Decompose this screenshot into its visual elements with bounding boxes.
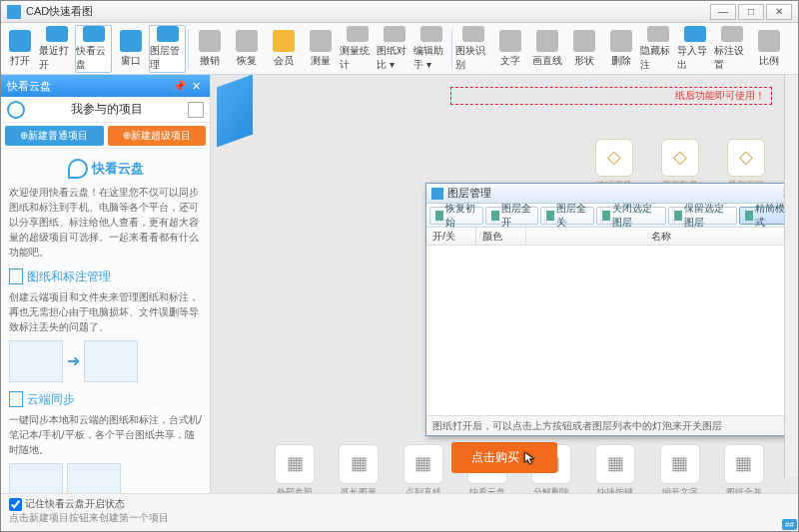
- line-icon: [536, 30, 558, 52]
- dialog-title: 图层管理: [447, 186, 491, 201]
- feature-icon: ▦: [660, 444, 700, 484]
- toolbar-edithelp[interactable]: 编辑助手 ▾: [412, 25, 449, 73]
- thumb: [9, 340, 63, 382]
- mstat-icon: [347, 26, 369, 42]
- feature-icon: ▦: [595, 444, 635, 484]
- btn-icon: [546, 211, 554, 221]
- dialog-toolbar: 恢复初始图层全开图层全关关闭选定图层保留选定图层精简模式: [426, 204, 796, 228]
- project-buttons: ⊕ 新建普通项目 ⊕ 新建超级项目: [1, 123, 210, 149]
- toolbar-block[interactable]: 图块识别: [454, 25, 491, 73]
- panel-header: 快看云盘 📌 ✕: [1, 75, 210, 97]
- toolbar-hide[interactable]: 隐藏标注: [639, 25, 676, 73]
- open-icon: [9, 30, 31, 52]
- dialog-columns: 开/关 颜色 名称: [426, 228, 796, 246]
- main-canvas: 纸后功能即可使用！ ◇连续测量准确提效◇图形数量轻松统计◇异形面积想测就测◇文字…: [211, 75, 798, 493]
- feature-icon: ◇: [595, 139, 633, 177]
- window-icon: [120, 30, 142, 52]
- dialog-icon: [431, 188, 443, 200]
- cloud-icon: [83, 26, 105, 42]
- btn-icon: [674, 211, 682, 221]
- cloud-icon: [7, 101, 25, 119]
- feature-card[interactable]: ▦外部参照轻松搞定: [267, 444, 323, 493]
- toolbar-measure[interactable]: 测量: [302, 25, 339, 73]
- app-title: CAD快速看图: [26, 4, 93, 19]
- layer-icon: [157, 26, 179, 42]
- body: 快看云盘 📌 ✕ 我参与的项目 ⊕ 新建普通项目 ⊕ 新建超级项目 快看云盘 欢…: [1, 75, 798, 493]
- thumb: [84, 340, 138, 382]
- measure-icon: [310, 30, 332, 52]
- feature-card[interactable]: ▦编号文字快速编辑: [652, 444, 708, 493]
- brand-text: 快看云盘: [92, 159, 144, 179]
- feature-card[interactable]: ▦快捷按键自由设定: [587, 444, 643, 493]
- shape-icon: [573, 30, 595, 52]
- feature-card[interactable]: ▦点到直线距离立显: [396, 444, 451, 493]
- cursor-icon: [523, 451, 537, 465]
- warning-banner: 纸后功能即可使用！: [450, 87, 772, 105]
- dialog-btn[interactable]: 图层全开: [485, 207, 539, 225]
- remember-checkbox-input[interactable]: [9, 498, 22, 511]
- dialog-btn[interactable]: 保留选定图层: [668, 207, 738, 225]
- toolbar-io[interactable]: 导入导出: [676, 25, 713, 73]
- refresh-icon[interactable]: [188, 102, 204, 118]
- toolbar-annset[interactable]: 标注设置: [713, 25, 750, 73]
- section-text-2: 一键同步本地和云端的图纸和标注，台式机/笔记本/手机/平板，各个平台图纸共享，随…: [9, 412, 202, 457]
- btn-icon: [602, 211, 610, 221]
- toolbar-del[interactable]: 删除: [602, 25, 639, 73]
- dialog-btn[interactable]: 恢复初始: [429, 207, 483, 225]
- vertical-scrollbar[interactable]: [784, 75, 798, 477]
- toolbar-line[interactable]: 画直线: [528, 25, 565, 73]
- section-heading-1: 图纸和标注管理: [9, 267, 202, 285]
- dialog-body: [426, 246, 796, 415]
- panel-content: 快看云盘 欢迎使用快看云盘！在这里您不仅可以同步图纸和标注到手机、电脑等各个平台…: [1, 149, 210, 493]
- arrow-icon: ➜: [67, 349, 80, 373]
- feature-icon: ▦: [275, 444, 315, 484]
- dialog-btn[interactable]: 关闭选定图层: [596, 207, 666, 225]
- toolbar-text[interactable]: 文字: [491, 25, 528, 73]
- minimize-button[interactable]: —: [710, 4, 736, 20]
- del-icon: [610, 30, 632, 52]
- feature-icon: ▦: [403, 444, 443, 484]
- new-super-project-button[interactable]: ⊕ 新建超级项目: [108, 126, 207, 146]
- toolbar-layer[interactable]: 图层管理: [149, 25, 186, 73]
- feature-card[interactable]: ▦弧长图形一点就改: [331, 444, 387, 493]
- toolbar-recent[interactable]: 最近打开: [38, 25, 75, 73]
- toolbar-mstat[interactable]: 测量统计: [339, 25, 376, 73]
- undo-icon: [199, 30, 221, 52]
- toolbar-cloud[interactable]: 快看云盘: [75, 25, 112, 73]
- btn-icon: [435, 211, 443, 221]
- pin-icon[interactable]: 📌: [172, 80, 188, 93]
- redo-icon: [236, 30, 258, 52]
- main-toolbar: 打开最近打开快看云盘窗口图层管理撤销恢复会员测量测量统计图纸对比 ▾编辑助手 ▾…: [1, 23, 798, 75]
- feature-icon: ◇: [661, 139, 699, 177]
- compare-icon: [384, 26, 405, 42]
- feature-icon: ▦: [724, 444, 764, 484]
- feature-card[interactable]: ▦图纸合并移动复制: [716, 444, 772, 493]
- dialog-btn[interactable]: 图层全关: [540, 207, 594, 225]
- warning-text: 纸后功能即可使用！: [675, 89, 765, 103]
- thumb-row-2: [9, 463, 202, 493]
- toolbar-vip[interactable]: 会员: [265, 25, 302, 73]
- vip-icon: [273, 30, 295, 52]
- toolbar-window[interactable]: 窗口: [112, 25, 149, 73]
- cloud-panel: 快看云盘 📌 ✕ 我参与的项目 ⊕ 新建普通项目 ⊕ 新建超级项目 快看云盘 欢…: [1, 75, 211, 493]
- toolbar-compare[interactable]: 图纸对比 ▾: [376, 25, 412, 73]
- corner-ribbon: [217, 75, 253, 148]
- section-heading-2: 云端同步: [9, 390, 202, 408]
- feature-icon: ◇: [727, 139, 765, 177]
- panel-close-icon[interactable]: ✕: [188, 80, 204, 93]
- panel-title: 快看云盘: [7, 79, 51, 94]
- toolbar-scale[interactable]: 比例: [750, 25, 787, 73]
- subhead-text: 我参与的项目: [71, 101, 143, 118]
- remember-checkbox[interactable]: 记住快看云盘开启状态: [9, 497, 790, 511]
- toolbar-undo[interactable]: 撤销: [191, 25, 228, 73]
- toolbar-redo[interactable]: 恢复: [228, 25, 265, 73]
- toolbar-shape[interactable]: 形状: [565, 25, 602, 73]
- maximize-button[interactable]: □: [738, 4, 764, 20]
- col-color: 颜色: [476, 228, 526, 245]
- block-icon: [462, 26, 484, 42]
- toolbar-open[interactable]: 打开: [1, 25, 38, 73]
- footer-hint: 点击新建项目按钮来创建第一个项目: [9, 511, 790, 525]
- buy-button[interactable]: 点击购买: [451, 442, 557, 473]
- close-button[interactable]: ✕: [766, 4, 792, 20]
- new-normal-project-button[interactable]: ⊕ 新建普通项目: [5, 126, 104, 146]
